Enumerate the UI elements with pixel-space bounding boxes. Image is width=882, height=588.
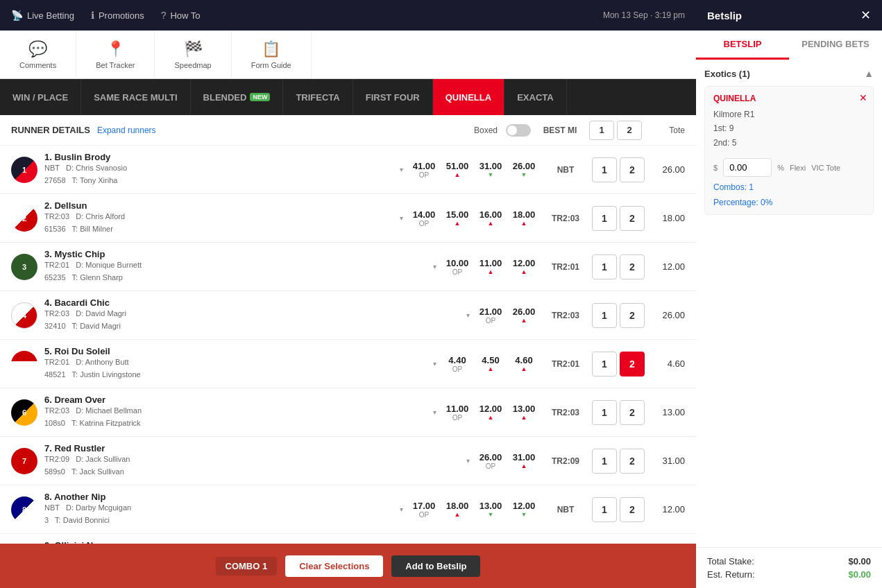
pos2-button[interactable]: 2 bbox=[620, 352, 645, 377]
runner-expand-arrow[interactable]: ▾ bbox=[400, 214, 403, 222]
exotics-title: Exotics (1) bbox=[704, 69, 750, 79]
pos2-button[interactable]: 2 bbox=[620, 303, 645, 328]
runners-container: 1 1. Buslin Brody NBT D: Chris Svanosio … bbox=[0, 146, 696, 544]
speedmap-toolbar[interactable]: 🏁 Speedmap bbox=[155, 31, 231, 78]
bet-card-remove-button[interactable]: ✕ bbox=[859, 92, 867, 103]
position-buttons: 1 2 bbox=[592, 497, 645, 522]
bet-card: QUINELLA ✕ Kilmore R1 1st: 9 2nd: 5 $ % … bbox=[704, 86, 874, 215]
bet-second: 2nd: 5 bbox=[713, 136, 865, 150]
tab-first-four[interactable]: FIRST FOUR bbox=[353, 79, 433, 115]
pos1-button[interactable]: 1 bbox=[592, 352, 617, 377]
runner-expand-arrow[interactable]: ▾ bbox=[466, 311, 470, 319]
table-row: 8 8. Another Nip NBT D: Darby Mcguigan 3… bbox=[0, 485, 696, 534]
combos-row: Combos: 1 bbox=[713, 182, 865, 192]
betslip-tab-betslip[interactable]: BETSLIP bbox=[696, 31, 789, 60]
pos1-button[interactable]: 1 bbox=[592, 157, 617, 182]
tab-exacta[interactable]: EXACTA bbox=[504, 79, 566, 115]
runner-info: 7. Red Rustler TR2:09 D: Jack Sullivan 5… bbox=[44, 443, 464, 478]
tab-same-race-multi[interactable]: SAME RACE MULTI bbox=[81, 79, 190, 115]
pos1-button[interactable]: 1 bbox=[592, 449, 617, 474]
bet-tabs: WIN / PLACE SAME RACE MULTI BLENDED NEW … bbox=[0, 79, 696, 115]
runner-avatar: 3 bbox=[11, 254, 37, 280]
runner-avatar: 4 bbox=[11, 302, 37, 329]
live-betting-icon: 📡 bbox=[11, 10, 23, 21]
pos1-button[interactable]: 1 bbox=[592, 254, 617, 279]
bet-card-type: QUINELLA bbox=[713, 94, 865, 103]
datetime: Mon 13 Sep · 3:19 pm bbox=[603, 10, 685, 20]
runner-meta: TR2:03 D: Chris Alford 61536 T: Bill Mil… bbox=[44, 211, 397, 235]
tab-quinella[interactable]: QUINELLA bbox=[433, 79, 504, 115]
tote-header: Tote bbox=[650, 126, 685, 135]
pos2-button[interactable]: 2 bbox=[620, 254, 645, 279]
runner-name: 1. Buslin Brody bbox=[44, 152, 397, 162]
runner-expand-arrow[interactable]: ▾ bbox=[400, 505, 403, 513]
est-return-label: Est. Return: bbox=[707, 569, 755, 580]
runner-name: 2. Dellsun bbox=[44, 200, 397, 211]
boxed-label: Boxed bbox=[474, 126, 498, 135]
comments-toolbar[interactable]: 💬 Comments bbox=[0, 31, 76, 78]
new-badge: NEW bbox=[250, 93, 270, 101]
runner-expand-arrow[interactable]: ▾ bbox=[400, 166, 403, 173]
pct-label: % bbox=[777, 164, 784, 172]
stake-input[interactable] bbox=[723, 158, 772, 177]
best-mi-value: TR2:09 bbox=[545, 456, 586, 466]
best-mi-value: TR2:03 bbox=[545, 311, 586, 320]
runner-info: 6. Dream Over TR2:03 D: Michael Bellman … bbox=[44, 395, 430, 429]
tote-value: 31.00 bbox=[650, 456, 685, 466]
bet-tracker-icon: 📍 bbox=[106, 40, 125, 58]
pos2-button[interactable]: 2 bbox=[620, 449, 645, 474]
pos1-button[interactable]: 1 bbox=[592, 303, 617, 328]
runner-info: 5. Roi Du Soleil TR2:01 D: Anthony Butt … bbox=[44, 346, 430, 381]
runner-expand-arrow[interactable]: ▾ bbox=[433, 408, 436, 416]
pos2-button[interactable]: 2 bbox=[620, 206, 645, 231]
betslip-title: Betslip bbox=[707, 10, 742, 21]
speedmap-icon: 🏁 bbox=[184, 40, 203, 58]
betslip-tab-pending[interactable]: PENDING BETS bbox=[789, 31, 882, 60]
tab-trifecta[interactable]: TRIFECTA bbox=[283, 79, 353, 115]
runner-info: 2. Dellsun TR2:03 D: Chris Alford 61536 … bbox=[44, 200, 397, 235]
flexi-label: Flexi bbox=[790, 164, 806, 172]
best-mi-value: TR2:03 bbox=[545, 214, 586, 223]
tab-win-place[interactable]: WIN / PLACE bbox=[0, 79, 81, 115]
comments-icon: 💬 bbox=[28, 40, 47, 58]
odds-group: 41.00 OP 51.00 ▲ 31.00 ▼ 26.00 ▼ bbox=[409, 161, 539, 179]
howto-nav[interactable]: ? How To bbox=[161, 10, 201, 21]
table-row: 6 6. Dream Over TR2:03 D: Michael Bellma… bbox=[0, 388, 696, 437]
runner-avatar: 1 bbox=[11, 157, 37, 183]
total-stake-val: $0.00 bbox=[848, 556, 871, 567]
runner-meta: TR2:03 D: David Magri 32410 T: David Mag… bbox=[44, 308, 464, 332]
pos1-button[interactable]: 1 bbox=[592, 497, 617, 522]
form-guide-toolbar[interactable]: 📋 Form Guide bbox=[232, 31, 312, 78]
add-to-betslip-button[interactable]: Add to Betslip bbox=[391, 555, 480, 577]
runner-expand-arrow[interactable]: ▾ bbox=[433, 360, 436, 368]
tote-value: 4.60 bbox=[650, 358, 685, 369]
expand-runners-link[interactable]: Expand runners bbox=[97, 126, 156, 135]
pos1-button[interactable]: 1 bbox=[592, 206, 617, 231]
stake-row: $ % Flexi VIC Tote bbox=[713, 158, 865, 177]
pos1-button[interactable]: 1 bbox=[592, 400, 617, 425]
pos2-button[interactable]: 2 bbox=[620, 497, 645, 522]
runner-expand-arrow[interactable]: ▾ bbox=[433, 263, 436, 270]
live-betting-nav[interactable]: 📡 Live Betting bbox=[11, 10, 74, 21]
bet-tracker-toolbar[interactable]: 📍 Bet Tracker bbox=[76, 31, 155, 78]
table-row: 7 7. Red Rustler TR2:09 D: Jack Sullivan… bbox=[0, 437, 696, 485]
runner-expand-arrow[interactable]: ▾ bbox=[466, 457, 470, 465]
exotics-header: Exotics (1) ▲ bbox=[704, 68, 874, 79]
runner-name: 7. Red Rustler bbox=[44, 443, 464, 453]
runner-meta: TR2:01 D: Anthony Butt 48521 T: Justin L… bbox=[44, 356, 430, 381]
runner-name: 8. Another Nip bbox=[44, 492, 397, 502]
position-headers: 1 2 bbox=[589, 121, 642, 140]
pos2-button[interactable]: 2 bbox=[620, 157, 645, 182]
tab-blended[interactable]: BLENDED NEW bbox=[191, 79, 284, 115]
exotics-collapse-button[interactable]: ▲ bbox=[864, 68, 874, 79]
stake-dollar-label: $ bbox=[713, 164, 718, 172]
clear-selections-button[interactable]: Clear Selections bbox=[285, 555, 383, 577]
runner-avatar: 6 bbox=[11, 399, 37, 426]
promotions-nav[interactable]: ℹ Promotions bbox=[91, 10, 144, 21]
odds-group: 21.00 OP 26.00 ▲ bbox=[475, 306, 539, 325]
bottom-bar: COMBO 1 Clear Selections Add to Betslip bbox=[0, 544, 696, 588]
betslip-close-button[interactable]: ✕ bbox=[860, 8, 871, 23]
boxed-toggle[interactable] bbox=[506, 124, 531, 137]
position-buttons: 1 2 bbox=[592, 206, 645, 231]
pos2-button[interactable]: 2 bbox=[620, 400, 645, 425]
